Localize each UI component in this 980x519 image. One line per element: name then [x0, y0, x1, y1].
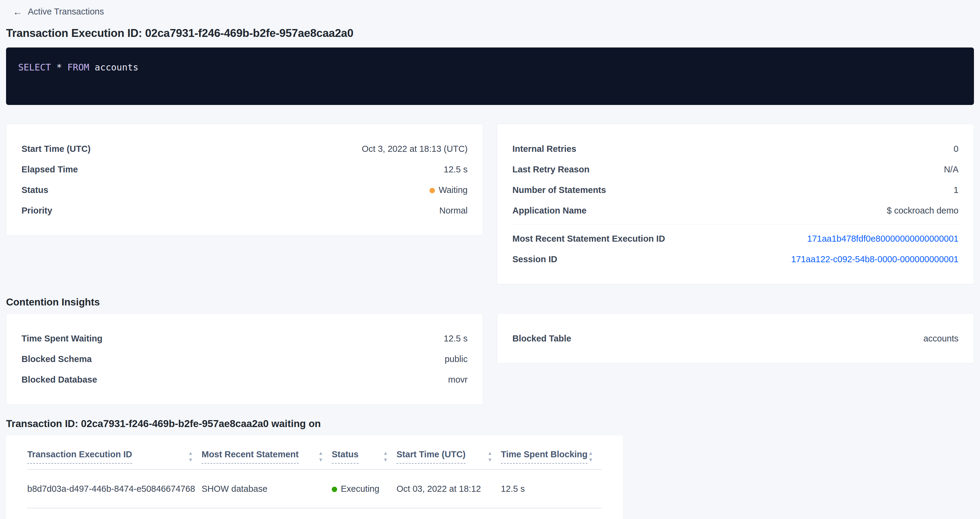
sql-table-name: accounts	[89, 62, 138, 73]
sort-desc-icon: ▼	[588, 457, 593, 462]
application-name-value: $ cockroach demo	[887, 206, 959, 216]
blocked-database-value: movr	[448, 375, 468, 385]
column-label: Time Spent Blocking	[501, 449, 587, 463]
internal-retries-label: Internal Retries	[512, 144, 576, 154]
statement-execution-id-row: Most Recent Statement Execution ID 171aa…	[512, 229, 959, 249]
elapsed-time-value: 12.5 s	[444, 165, 468, 175]
sort-asc-icon: ▲	[588, 451, 593, 456]
status-value: Waiting	[430, 185, 468, 195]
status-label: Status	[21, 185, 48, 195]
session-id-link[interactable]: 171aa122-c092-54b8-0000-000000000001	[791, 254, 959, 264]
priority-label: Priority	[21, 206, 52, 216]
executing-status-dot-icon	[332, 487, 337, 492]
table-header-row: Transaction Execution ID ▲▼ Most Recent …	[27, 435, 602, 470]
sort-arrows[interactable]: ▲▼	[588, 451, 593, 462]
blocked-database-row: Blocked Database movr	[21, 369, 468, 390]
blocked-table-row: Blocked Table accounts	[512, 328, 959, 349]
elapsed-time-label: Elapsed Time	[21, 165, 78, 175]
application-name-label: Application Name	[512, 206, 587, 216]
sql-statement-box: SELECT * FROM accounts	[6, 48, 974, 105]
sort-asc-icon: ▲	[487, 451, 492, 456]
active-transaction-details-page: ← Active Transactions Transaction Execut…	[0, 0, 980, 519]
contention-insights-heading: Contention Insights	[6, 297, 974, 308]
blocked-database-label: Blocked Database	[21, 375, 97, 385]
cell-transaction-execution-id: b8d7d03a-d497-446b-8474-e50846674768	[27, 470, 202, 508]
sql-keyword-select: SELECT	[18, 62, 51, 73]
column-header-start-time[interactable]: Start Time (UTC) ▲▼	[396, 435, 501, 470]
sort-arrows[interactable]: ▲▼	[487, 451, 492, 462]
session-id-label: Session ID	[512, 254, 557, 264]
sort-arrows[interactable]: ▲▼	[383, 451, 388, 462]
status-text: Waiting	[439, 185, 468, 195]
start-time-label: Start Time (UTC)	[21, 144, 91, 154]
sql-keyword-from: FROM	[67, 62, 89, 73]
blocked-schema-row: Blocked Schema public	[21, 349, 468, 369]
column-label: Status	[332, 449, 359, 463]
cell-status: Executing	[332, 470, 396, 508]
elapsed-time-row: Elapsed Time 12.5 s	[21, 159, 468, 179]
blocked-schema-label: Blocked Schema	[21, 354, 92, 364]
blocked-table-card: Blocked Table accounts	[497, 313, 974, 363]
breadcrumb-label: Active Transactions	[28, 7, 104, 17]
transaction-summary-card: Start Time (UTC) Oct 3, 2022 at 18:13 (U…	[6, 124, 483, 236]
cell-most-recent-statement: SHOW database	[202, 470, 332, 508]
column-header-transaction-execution-id[interactable]: Transaction Execution ID ▲▼	[27, 435, 202, 470]
blocked-schema-value: public	[445, 354, 468, 364]
internal-retries-row: Internal Retries 0	[512, 138, 959, 159]
sort-asc-icon: ▲	[188, 451, 193, 456]
start-time-row: Start Time (UTC) Oct 3, 2022 at 18:13 (U…	[21, 138, 468, 159]
sort-desc-icon: ▼	[318, 457, 323, 462]
number-of-statements-label: Number of Statements	[512, 185, 606, 195]
waiting-on-table: Transaction Execution ID ▲▼ Most Recent …	[27, 435, 602, 508]
sort-desc-icon: ▼	[188, 457, 193, 462]
number-of-statements-row: Number of Statements 1	[512, 179, 959, 200]
contention-insights-grid: Time Spent Waiting 12.5 s Blocked Schema…	[6, 313, 974, 405]
blocked-table-label: Blocked Table	[512, 333, 571, 344]
status-row: Status Waiting	[21, 179, 468, 200]
column-header-most-recent-statement[interactable]: Most Recent Statement ▲▼	[202, 435, 332, 470]
start-time-value: Oct 3, 2022 at 18:13 (UTC)	[362, 144, 468, 154]
sort-desc-icon: ▼	[383, 457, 388, 462]
sort-asc-icon: ▲	[318, 451, 323, 456]
column-label: Most Recent Statement	[202, 449, 299, 463]
back-arrow-icon: ←	[13, 7, 22, 17]
sort-arrows[interactable]: ▲▼	[318, 451, 323, 462]
last-retry-reason-label: Last Retry Reason	[512, 165, 590, 175]
sql-star: *	[51, 62, 67, 73]
waiting-on-heading: Transaction ID: 02ca7931-f246-469b-b2fe-…	[6, 418, 974, 430]
table-row: b8d7d03a-d497-446b-8474-e50846674768 SHO…	[27, 470, 602, 508]
statement-execution-id-link[interactable]: 171aa1b478fdf0e80000000000000001	[807, 234, 959, 244]
session-id-row: Session ID 171aa122-c092-54b8-0000-00000…	[512, 249, 959, 270]
cell-start-time: Oct 03, 2022 at 18:12	[396, 470, 501, 508]
cell-time-spent-blocking: 12.5 s	[501, 470, 602, 508]
time-spent-waiting-value: 12.5 s	[444, 333, 468, 344]
column-label: Transaction Execution ID	[27, 449, 132, 463]
sort-desc-icon: ▼	[487, 457, 492, 462]
contention-waiting-card: Time Spent Waiting 12.5 s Blocked Schema…	[6, 313, 483, 405]
statement-details-card: Internal Retries 0 Last Retry Reason N/A…	[497, 124, 974, 284]
priority-row: Priority Normal	[21, 200, 468, 221]
number-of-statements-value: 1	[954, 185, 959, 195]
statement-execution-id-label: Most Recent Statement Execution ID	[512, 234, 665, 244]
last-retry-reason-row: Last Retry Reason N/A	[512, 159, 959, 179]
sort-arrows[interactable]: ▲▼	[188, 451, 193, 462]
time-spent-waiting-label: Time Spent Waiting	[21, 333, 102, 344]
waiting-on-table-card: Transaction Execution ID ▲▼ Most Recent …	[6, 435, 623, 519]
column-label: Start Time (UTC)	[396, 449, 466, 463]
sort-asc-icon: ▲	[383, 451, 388, 456]
internal-retries-value: 0	[954, 144, 959, 154]
page-title: Transaction Execution ID: 02ca7931-f246-…	[6, 27, 974, 40]
time-spent-waiting-row: Time Spent Waiting 12.5 s	[21, 328, 468, 349]
blocked-table-value: accounts	[923, 333, 959, 344]
column-header-time-spent-blocking[interactable]: Time Spent Blocking ▲▼	[501, 435, 602, 470]
waiting-status-dot-icon	[430, 188, 435, 193]
column-header-status[interactable]: Status ▲▼	[332, 435, 396, 470]
breadcrumb-back-link[interactable]: ← Active Transactions	[13, 7, 104, 17]
last-retry-reason-value: N/A	[944, 165, 959, 175]
row-status-text: Executing	[341, 484, 379, 494]
application-name-row: Application Name $ cockroach demo	[512, 200, 959, 221]
execution-details-grid: Start Time (UTC) Oct 3, 2022 at 18:13 (U…	[6, 124, 974, 284]
card-divider	[512, 224, 959, 225]
priority-value: Normal	[439, 206, 468, 216]
